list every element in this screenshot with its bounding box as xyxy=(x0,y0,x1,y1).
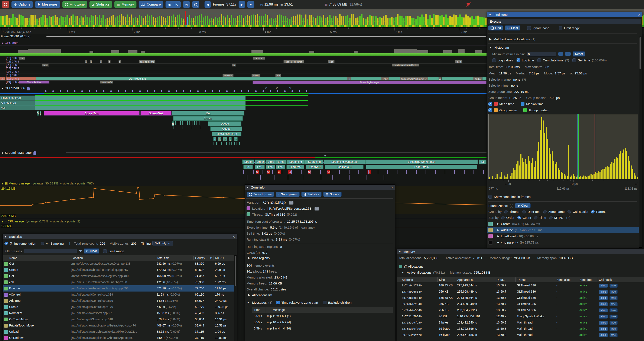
frame-bar[interactable] xyxy=(321,18,322,25)
frame-bar[interactable] xyxy=(279,15,280,25)
zone-loaddata[interactable]: LoadData U xyxy=(325,165,364,169)
zone-loaddata[interactable]: LoadDaU xyxy=(286,165,304,169)
frame-bar[interactable] xyxy=(135,17,136,25)
frame-bar[interactable] xyxy=(381,18,382,25)
frame-bar[interactable] xyxy=(465,15,467,25)
funnel-icon[interactable] xyxy=(79,250,82,252)
cpu-zone-chip[interactable]: c xyxy=(118,60,121,63)
memory-titlebar[interactable]: ▼Memory xyxy=(397,249,644,254)
info-button[interactable]: ◉Info xyxy=(165,1,181,8)
histogram-section[interactable]: ▼Histogram xyxy=(489,46,509,49)
power-button[interactable] xyxy=(2,1,10,8)
cpu-zone-chip[interactable]: cds xyxy=(328,60,334,63)
frame-bar[interactable] xyxy=(2,16,4,25)
frame-bar[interactable] xyxy=(299,15,300,25)
sort-by-radio-mtpc[interactable] xyxy=(549,216,552,219)
frame-bar[interactable] xyxy=(139,15,140,25)
frame-bar[interactable] xyxy=(105,19,106,25)
frame-bar[interactable] xyxy=(172,15,174,25)
find-zone-button[interactable]: Find zone xyxy=(62,1,87,8)
find-zone-titlebar[interactable]: ▼Find zone✕ xyxy=(487,12,642,17)
free-button[interactable]: free xyxy=(610,314,618,318)
frame-bar[interactable] xyxy=(141,16,142,25)
zone-ScreenText[interactable]: ScreenText xyxy=(140,111,172,116)
cpu-zone-chip[interactable]: kworker/u xyxy=(100,81,113,84)
frame-bar[interactable] xyxy=(447,18,448,25)
frame-bar[interactable] xyxy=(437,15,438,25)
memory-allocation-row[interactable]: 0x74a9d68040256 KB295,668,489ns13:50.7GL… xyxy=(397,288,644,295)
frame-bar[interactable] xyxy=(305,15,306,25)
min-bin-minus-button[interactable]: - xyxy=(558,52,564,56)
frame-bar[interactable] xyxy=(301,15,302,25)
frame-bar[interactable] xyxy=(185,11,186,25)
clear-button[interactable]: ⊘Clear xyxy=(505,25,520,31)
compare-button[interactable]: ∆∆Compare xyxy=(138,1,164,8)
frame-bar[interactable] xyxy=(479,17,481,25)
memory-allocation-row[interactable]: 0x7553b9fbf016 bytes296,661,186ns13:50.8… xyxy=(397,332,644,338)
frame-bar[interactable] xyxy=(333,16,334,25)
frame-bar[interactable] xyxy=(303,18,304,25)
frame-bar[interactable] xyxy=(16,18,18,25)
frame-bar[interactable] xyxy=(36,19,38,25)
found-zone-row[interactable]: ▶AddTree(18,542) 227.19 ms xyxy=(487,227,639,233)
tools-button[interactable]: ⚒ xyxy=(183,1,190,8)
clipboard-icon[interactable] xyxy=(314,207,319,210)
frame-bar[interactable] xyxy=(285,16,286,25)
free-button[interactable]: free xyxy=(610,321,618,325)
frame-bar[interactable] xyxy=(203,18,204,25)
frame-bar[interactable] xyxy=(152,17,154,25)
frame-bar[interactable] xyxy=(179,15,180,25)
log-time-checkbox[interactable] xyxy=(516,59,520,62)
frame-bar[interactable] xyxy=(191,18,192,25)
frame-bar[interactable] xyxy=(89,18,90,25)
alloc-button[interactable]: alloc xyxy=(598,333,608,337)
close-icon[interactable]: ✕ xyxy=(638,13,640,17)
found-zone-row[interactable]: ▶Create(54,131) 643.34 ms xyxy=(487,221,639,227)
frame-bar[interactable] xyxy=(451,17,453,25)
frame-bar[interactable] xyxy=(271,18,272,25)
frame-bar[interactable] xyxy=(267,15,268,25)
zone-S[interactable]: S xyxy=(37,111,39,116)
frame-bar[interactable] xyxy=(369,15,370,25)
zone-E[interactable]: E xyxy=(172,121,174,126)
found-clear-button[interactable]: ⊗Clear xyxy=(515,203,531,208)
frame-bar[interactable] xyxy=(161,16,162,25)
frame-bar[interactable] xyxy=(211,18,212,25)
close-icon[interactable]: ✕ xyxy=(391,186,394,189)
frame-bar[interactable] xyxy=(223,16,224,25)
frame-bar[interactable] xyxy=(461,17,463,25)
cpu-zone-chip[interactable]: os xyxy=(19,57,25,60)
free-button[interactable]: free xyxy=(610,290,618,294)
streaming-header[interactable]: ▼StreamingManager xyxy=(1,151,36,154)
zone-|~[interactable]: |~ xyxy=(223,137,227,141)
frame-bar[interactable] xyxy=(34,15,36,25)
frame-bar[interactable] xyxy=(435,15,437,25)
frame-bar[interactable] xyxy=(115,18,116,25)
cpu-zone-chip[interactable]: A xyxy=(438,77,442,80)
frame-bar[interactable] xyxy=(351,14,352,25)
find-zone-scrollbar[interactable] xyxy=(639,36,642,248)
frame-bar[interactable] xyxy=(289,19,290,25)
frame-bar[interactable] xyxy=(275,18,276,25)
frame-bar[interactable] xyxy=(283,17,284,25)
frame-bar[interactable] xyxy=(159,16,160,25)
frame-bar[interactable] xyxy=(54,15,56,25)
frame-bar[interactable] xyxy=(463,18,464,25)
statistics-row[interactable]: Get/mnt/e/claw/src/claw/base/AssetDict.h… xyxy=(3,261,234,267)
messages-button[interactable]: ⚑Messages xyxy=(35,1,60,8)
frame-bar[interactable] xyxy=(24,18,26,25)
frame-bar[interactable] xyxy=(199,15,200,25)
frame-bar[interactable] xyxy=(349,18,350,25)
frame-bar[interactable] xyxy=(229,18,230,25)
alloc-button[interactable]: alloc xyxy=(598,290,608,294)
frame-bar[interactable] xyxy=(241,15,242,25)
frame-bar[interactable] xyxy=(22,16,24,25)
frame-bar[interactable] xyxy=(409,16,411,25)
zone-streaming-worker[interactable]: Streaming xyxy=(286,160,305,164)
zone-([interactable]: ( xyxy=(213,137,216,141)
frame-bar[interactable] xyxy=(4,16,6,25)
frame-bar[interactable] xyxy=(26,18,28,25)
frame-bar[interactable] xyxy=(337,18,338,25)
free-button[interactable]: free xyxy=(610,284,618,288)
cpu-zone-chip[interactable]: audiose xyxy=(222,74,234,77)
